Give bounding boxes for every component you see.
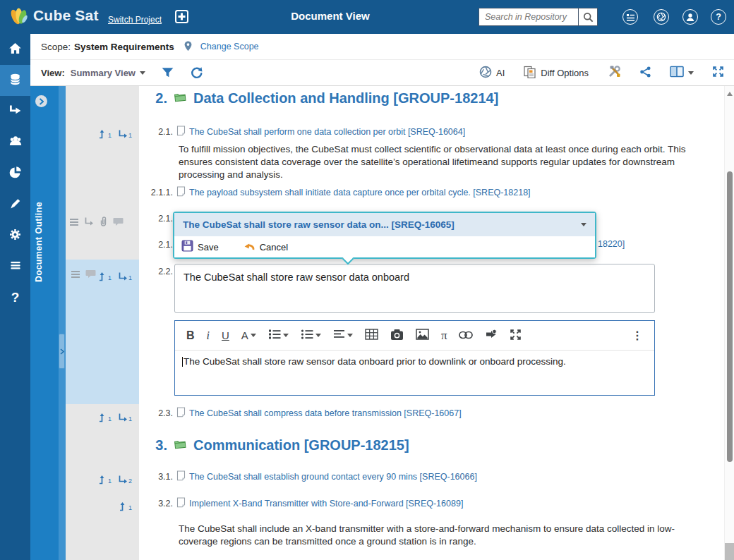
attachment-icon[interactable]: [99, 216, 108, 229]
insert-media-button[interactable]: [485, 329, 498, 342]
vertical-scrollbar[interactable]: [724, 86, 734, 560]
refresh-button[interactable]: [190, 66, 203, 80]
scrollbar-corner: [725, 543, 734, 560]
diff-options-button[interactable]: Diff Options: [523, 66, 589, 80]
ordered-list-button[interactable]: [268, 329, 289, 342]
ai-button[interactable]: AI: [479, 66, 505, 80]
bullet-list-button[interactable]: [301, 329, 321, 342]
ai-aperture-icon[interactable]: [654, 9, 669, 25]
underline-button[interactable]: U: [222, 329, 229, 341]
nav-menu[interactable]: [0, 251, 30, 282]
tools-button[interactable]: [607, 65, 621, 80]
repository-search: [479, 8, 598, 26]
columns-button[interactable]: [670, 66, 694, 80]
bold-button[interactable]: B: [186, 329, 195, 342]
activity-stream-icon[interactable]: [622, 9, 638, 25]
insert-image-button[interactable]: [416, 329, 429, 342]
pie-chart-icon: [8, 165, 23, 183]
save-floppy-icon: [181, 240, 193, 254]
item-link[interactable]: The payload subsystem shall initiate dat…: [189, 188, 531, 197]
filter-button[interactable]: [161, 67, 174, 78]
gear-icon: [8, 227, 23, 245]
formula-button[interactable]: π: [441, 329, 447, 343]
nav-author[interactable]: [0, 189, 30, 220]
ordered-list-icon: [268, 329, 281, 342]
section-link[interactable]: Data Collection and Handling [GROUP-1821…: [193, 90, 498, 106]
item-number: 3.2.: [139, 499, 173, 509]
more-options-button[interactable]: ⋮: [632, 329, 643, 342]
upstream-badge[interactable]: 1: [98, 272, 112, 281]
nav-home[interactable]: [0, 34, 30, 65]
upstream-badge[interactable]: 1: [119, 501, 132, 511]
nav-settings[interactable]: [0, 220, 30, 251]
downstream-icon[interactable]: [84, 217, 94, 229]
upstream-badge[interactable]: 1: [98, 129, 112, 139]
item-link[interactable]: The CubeSat shall establish ground conta…: [189, 472, 477, 482]
search-input[interactable]: [479, 8, 578, 26]
popover-title: The CubeSat shall store raw sensor data …: [183, 219, 581, 230]
change-scope-link[interactable]: Change Scope: [200, 42, 259, 51]
downstream-badge[interactable]: 1: [118, 272, 132, 281]
undo-arrow-icon: [243, 241, 255, 253]
share-icon: [639, 66, 651, 80]
flow-arrow-icon: [8, 103, 23, 121]
downstream-badge[interactable]: 1: [118, 413, 132, 422]
screenshot-button[interactable]: [390, 329, 404, 343]
insert-table-button[interactable]: [365, 329, 378, 342]
editor-body[interactable]: The CubeSat shall store raw sensor data …: [175, 351, 654, 395]
align-button[interactable]: [333, 329, 353, 341]
popover-header-dropdown[interactable]: The CubeSat shall store raw sensor data …: [174, 213, 595, 236]
drag-handle-icon[interactable]: [69, 217, 79, 229]
scroll-up-arrow[interactable]: [727, 92, 733, 96]
downstream-badge[interactable]: 2: [118, 475, 132, 485]
item-link-fragment[interactable]: 18220]: [598, 239, 625, 249]
item-row-2-1: 2.1. The CubeSat shall perform one data …: [139, 126, 465, 138]
scrollbar-thumb[interactable]: [727, 171, 733, 462]
view-selector[interactable]: Summary View: [71, 68, 145, 78]
save-button[interactable]: Save: [181, 240, 219, 254]
popover-footer: Save Cancel: [174, 236, 595, 257]
insert-link-button[interactable]: [459, 329, 473, 341]
help-icon[interactable]: ?: [711, 9, 726, 25]
editor-toolbar: B i U A: [175, 321, 654, 351]
item-link[interactable]: The CubeSat shall perform one data colle…: [189, 127, 465, 137]
nav-help[interactable]: ?: [0, 282, 30, 313]
share-button[interactable]: [639, 66, 651, 80]
nav-projects[interactable]: [0, 65, 30, 96]
outline-panel-label[interactable]: Document Outline: [34, 106, 44, 282]
item-description-3-2: The CubeSat shall include an X-band tran…: [179, 523, 698, 548]
maximize-editor-button[interactable]: [510, 329, 522, 343]
edited-item-tools: [69, 216, 124, 229]
comment-icon[interactable]: [85, 269, 96, 281]
item-row-3-2: 3.2. Implement X-Band Transmitter with S…: [139, 498, 463, 509]
item-number: 2.2.: [139, 267, 173, 276]
search-button[interactable]: [578, 8, 598, 26]
question-icon: ?: [11, 290, 20, 305]
nav-reviews[interactable]: [0, 96, 30, 127]
database-icon: [8, 72, 23, 90]
upstream-badge[interactable]: 1: [98, 475, 112, 485]
nav-reports[interactable]: [0, 158, 30, 189]
nav-users[interactable]: [0, 127, 30, 158]
project-title: Cube Sat: [33, 7, 99, 24]
upstream-badge[interactable]: 1: [98, 413, 112, 422]
user-profile-icon[interactable]: [682, 9, 698, 25]
comment-icon[interactable]: [113, 217, 124, 229]
chevron-down-icon: [688, 71, 694, 75]
font-style-button[interactable]: A: [241, 329, 256, 341]
item-name-input[interactable]: The CubeSat shall store raw sensor data …: [174, 264, 655, 313]
cancel-button[interactable]: Cancel: [243, 241, 288, 253]
item-number: 2.1.: [139, 127, 173, 137]
outline-expand-handle[interactable]: [59, 334, 65, 369]
item-link[interactable]: Implement X-Band Transmitter with Store-…: [189, 499, 463, 509]
item-number: 2.1.: [139, 240, 173, 250]
fullscreen-button[interactable]: [712, 66, 724, 80]
item-link[interactable]: The CubeSat shall compress data before t…: [189, 408, 462, 418]
section-link[interactable]: Communication [GROUP-18215]: [193, 437, 409, 454]
downstream-badge[interactable]: 1: [118, 129, 132, 139]
item-row-2-1-2: 2.1.: [139, 213, 173, 224]
add-item-button[interactable]: [175, 10, 188, 23]
italic-button[interactable]: i: [207, 329, 210, 342]
drag-handle-icon[interactable]: [71, 269, 80, 281]
switch-project-link[interactable]: Switch Project: [108, 15, 162, 25]
